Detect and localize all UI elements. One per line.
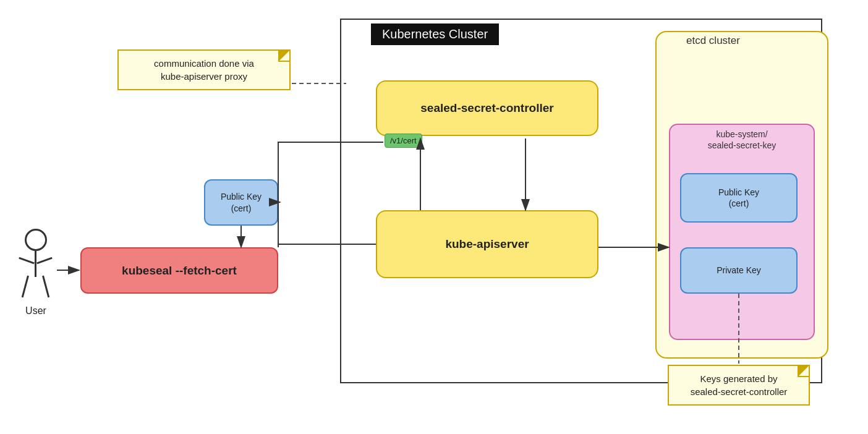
user-figure: User [17, 229, 54, 317]
v1cert-badge: /v1/cert [385, 134, 422, 148]
user-leg-left [22, 276, 29, 298]
sealed-secret-key-box [669, 124, 815, 340]
keys-note-box: Keys generated by sealed-secret-controll… [668, 365, 810, 406]
user-leg-right [42, 276, 49, 298]
private-key-box: Private Key [680, 247, 798, 294]
public-key-left-label: Public Key(cert) [221, 191, 262, 213]
user-arm-right [36, 257, 52, 265]
comm-note-text: communication done via kube-apiserver pr… [154, 58, 254, 82]
public-key-left-box: Public Key(cert) [204, 179, 278, 226]
etcd-cluster-label: etcd cluster [686, 35, 740, 47]
user-arm-left [19, 257, 34, 265]
keys-note-text: Keys generated by sealed-secret-controll… [691, 373, 788, 397]
sealed-secret-key-label: kube-system/ sealed-secret-key [677, 129, 807, 151]
kubeseal-label: kubeseal --fetch-cert [122, 264, 237, 278]
k8s-cluster-label: Kubernetes Cluster [371, 23, 499, 45]
sealed-secret-controller-label: sealed-secret-controller [420, 101, 553, 115]
kube-apiserver-label: kube-apiserver [445, 237, 529, 251]
kube-apiserver-box: kube-apiserver [376, 210, 598, 278]
public-key-right-label: Public Key(cert) [718, 187, 759, 209]
diagram: Kubernetes Cluster etcd cluster kube-sys… [0, 0, 868, 434]
private-key-label: Private Key [717, 265, 761, 276]
kubeseal-box: kubeseal --fetch-cert [80, 247, 278, 294]
user-body [35, 251, 36, 277]
user-text: User [17, 305, 54, 317]
public-key-right-box: Public Key(cert) [680, 173, 798, 223]
sealed-secret-controller-box: sealed-secret-controller [376, 80, 598, 136]
user-head [25, 229, 47, 251]
comm-note-box: communication done via kube-apiserver pr… [117, 49, 291, 90]
